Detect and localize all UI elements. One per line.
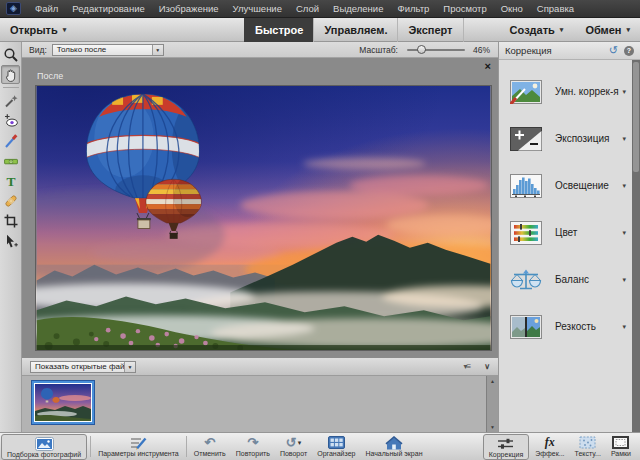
menu-layer[interactable]: Слой (289, 0, 326, 18)
menu-file[interactable]: Файл (28, 0, 65, 18)
zoom-slider[interactable] (407, 45, 465, 55)
zoom-tool[interactable] (1, 45, 20, 64)
zoom-label: Масштаб: (359, 45, 398, 55)
chevron-down-icon[interactable]: ▾ (622, 276, 626, 284)
adjustments-tab[interactable]: Коррекция (483, 434, 529, 460)
scroll-up-icon[interactable]: ▲ (490, 376, 495, 386)
panel-item-color[interactable]: Цвет ▾ (499, 209, 640, 256)
organizer-icon (328, 435, 345, 450)
frames-tab[interactable]: Рамки (606, 433, 636, 460)
chevron-down-icon[interactable]: ▾ (622, 229, 626, 237)
tab-quick[interactable]: Быстрое (244, 18, 313, 42)
sharpness-icon (509, 315, 543, 339)
straighten-tool[interactable] (1, 151, 20, 170)
chevron-down-icon[interactable]: ▾ (622, 323, 626, 331)
quick-selection-tool[interactable] (1, 91, 20, 110)
spot-healing-brush-tool[interactable] (1, 191, 20, 210)
panel-scrollbar[interactable] (632, 60, 640, 432)
undo-button[interactable]: ↶ Отменить (189, 433, 231, 460)
photo-thumbnail[interactable] (32, 381, 94, 424)
view-dropdown[interactable]: Только после ▼ (52, 44, 164, 56)
panel-scrollbar-thumb[interactable] (633, 62, 639, 172)
taskbar-tab-label: Коррекция (489, 451, 523, 458)
hand-tool[interactable] (1, 65, 20, 84)
redo-button[interactable]: ↷ Повторить (231, 433, 275, 460)
smart-fix-icon (509, 80, 543, 104)
menu-filter[interactable]: Фильтр (390, 0, 436, 18)
photo-bin-button[interactable]: Подборка фотографий (1, 434, 87, 460)
chevron-down-icon[interactable]: ▾ (622, 182, 626, 190)
panel-item-lighting[interactable]: Освещение ▾ (499, 162, 640, 209)
panel-item-label: Цвет (555, 227, 622, 238)
panel-title: Коррекция (505, 45, 552, 56)
crop-icon (3, 213, 19, 229)
photo-bin-scrollbar[interactable]: ▲ ▼ (486, 376, 498, 432)
open-button[interactable]: Открыть ▾ (10, 18, 66, 42)
close-icon[interactable]: × (485, 61, 491, 72)
chevron-down-icon[interactable]: ▾ (622, 135, 626, 143)
photo-canvas[interactable] (35, 85, 492, 351)
chevron-down-icon: ▾ (560, 26, 564, 34)
menu-window[interactable]: Окно (494, 0, 530, 18)
thumbnail-image (35, 384, 91, 421)
tab-expert[interactable]: Эксперт (397, 18, 463, 42)
photo-image (36, 86, 491, 350)
tab-guided[interactable]: Управляем. (313, 18, 397, 42)
reset-icon[interactable]: ↺ (609, 45, 618, 56)
effects-tab[interactable]: fx Эффек... (530, 433, 569, 460)
show-open-files-dropdown[interactable]: Показать открытые файлы ▼ (30, 361, 136, 373)
share-button[interactable]: Обмен ▾ (585, 18, 630, 42)
menu-select[interactable]: Выделение (326, 0, 390, 18)
crop-tool[interactable] (1, 211, 20, 230)
scroll-down-icon[interactable]: ▼ (490, 422, 495, 432)
red-eye-removal-tool[interactable] (1, 111, 20, 130)
taskbar-button-label: Подборка фотографий (7, 451, 81, 458)
textures-icon (579, 435, 596, 450)
type-tool[interactable]: T (1, 171, 20, 190)
level-icon (3, 153, 19, 169)
menu-help[interactable]: Справка (530, 0, 581, 18)
taskbar-button-label: Отменить (194, 450, 226, 457)
bin-collapse-icon[interactable]: ∨ (484, 362, 490, 371)
panel-item-smart-fix[interactable]: Умн. коррек-я ▾ (499, 68, 640, 115)
organizer-button[interactable]: Органайзер (312, 433, 360, 460)
panel-item-sharpness[interactable]: Резкость ▾ (499, 303, 640, 350)
toothbrush-icon (3, 133, 19, 149)
taskbar-button-label: Поворот (280, 450, 307, 457)
create-label: Создать (510, 24, 555, 36)
whiten-teeth-tool[interactable] (1, 131, 20, 150)
balance-icon (509, 268, 543, 292)
panel-item-label: Умн. коррек-я (555, 86, 622, 97)
menu-view[interactable]: Просмотр (436, 0, 493, 18)
taskbar-button-label: Органайзер (317, 450, 355, 457)
chevron-down-icon[interactable]: ▾ (622, 88, 626, 96)
bandage-icon (3, 193, 19, 209)
tool-options-button[interactable]: Параметры инструмента (93, 433, 184, 460)
bin-panel-menu-icon[interactable]: ▾≡ (463, 362, 470, 371)
taskbar-tab-label: Рамки (611, 450, 631, 457)
move-tool[interactable] (1, 231, 20, 250)
home-screen-button[interactable]: Начальный экран (360, 433, 427, 460)
zoom-slider-track[interactable] (407, 49, 465, 51)
help-icon[interactable]: ? (624, 46, 634, 56)
menu-enhance[interactable]: Улучшение (226, 0, 289, 18)
taskbar-button-label: Параметры инструмента (98, 450, 179, 457)
tool-palette: T (0, 42, 22, 432)
view-dropdown-value: Только после (53, 45, 152, 54)
taskbar: Подборка фотографий Параметры инструмент… (0, 432, 640, 460)
open-label: Открыть (10, 24, 58, 36)
chevron-down-icon: ▾ (298, 439, 302, 447)
zoom-slider-thumb[interactable] (417, 45, 426, 54)
panel-item-balance[interactable]: Баланс ▾ (499, 256, 640, 303)
menu-edit[interactable]: Редактирование (65, 0, 151, 18)
menu-image[interactable]: Изображение (152, 0, 226, 18)
rotate-button[interactable]: ↺▾ Поворот (275, 433, 312, 460)
taskbar-tab-label: Эффек... (535, 450, 564, 457)
panel-item-exposure[interactable]: Экспозиция ▾ (499, 115, 640, 162)
taskbar-button-label: Начальный экран (365, 450, 422, 457)
create-button[interactable]: Создать ▾ (510, 18, 564, 42)
eye-icon (3, 113, 19, 129)
home-icon (385, 435, 403, 450)
textures-tab[interactable]: Тексту... (570, 433, 606, 460)
dropdown-caret-icon: ▼ (152, 45, 163, 55)
